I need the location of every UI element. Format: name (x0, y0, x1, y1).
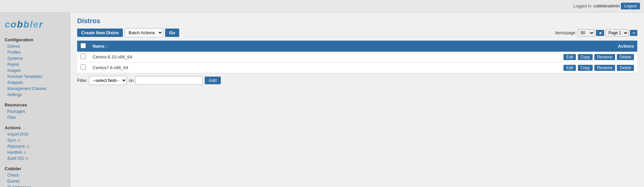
row-2-name: Centos7.6-x86_64 (89, 62, 294, 73)
row-1-rename-button[interactable]: Rename (594, 54, 615, 60)
row-1-checkbox[interactable] (81, 54, 86, 59)
filter-input[interactable] (136, 76, 203, 85)
sidebar-item-management-classes[interactable]: Management Classes (0, 86, 70, 92)
sidebar-section-actions: Actions Import DVD Sync ⚙ Reposync ⚙ Har… (0, 123, 70, 161)
sidebar-item-systems[interactable]: Systems (0, 55, 70, 61)
row-checkbox-cell (77, 62, 89, 73)
sidebar-section-cobbler: Cobbler Check Events IP Addresses Online… (0, 164, 70, 187)
row-2-copy-button[interactable]: Copy (578, 65, 593, 71)
reposync-gear-icon: ⚙ (27, 145, 30, 148)
sidebar: cobbler Configuration Distros Profiles S… (0, 12, 70, 187)
sidebar-item-snippets[interactable]: Snippets (0, 80, 70, 86)
row-2-actions: Edit Copy Rename Delete (294, 62, 637, 73)
row-1-actions: Edit Copy Rename Delete (294, 52, 637, 62)
next-page-button[interactable]: ⇒ (630, 30, 637, 36)
select-all-checkbox[interactable] (81, 43, 86, 48)
filter-bar: Filter --select field-- name comment on … (77, 76, 637, 85)
row-2-edit-button[interactable]: Edit (563, 65, 576, 71)
hardlink-gear-icon: ⚙ (23, 151, 26, 154)
row-1-name: Centos-6.10-x86_64 (89, 52, 294, 62)
filter-on-label: on (129, 78, 134, 83)
row-2-checkbox[interactable] (81, 64, 86, 70)
section-title-cobbler: Cobbler (0, 164, 70, 172)
sidebar-item-packages[interactable]: Packages (0, 108, 70, 114)
pagination-bar: Items/page: 50 10 20 100 ◄ Page 1 ⇒ (555, 29, 637, 37)
distros-table: Name ↓ Actions Centos-6.10-x86_64 Edit C… (77, 41, 637, 73)
page-title: Distros (77, 17, 637, 25)
logout-button[interactable]: Logout (621, 3, 640, 9)
sidebar-section-configuration: Configuration Distros Profiles Systems R… (0, 35, 70, 98)
topbar: Logged in: cobbleradmin Logout (0, 0, 644, 12)
header-checkbox-cell (77, 41, 89, 52)
sidebar-item-events[interactable]: Events (0, 178, 70, 184)
logo-text: cobbler (5, 19, 43, 30)
sidebar-item-reposync[interactable]: Reposync ⚙ (0, 143, 70, 149)
prev-page-button[interactable]: ◄ (596, 30, 604, 36)
row-checkbox-cell (77, 52, 89, 62)
sidebar-item-files[interactable]: Files (0, 114, 70, 121)
sidebar-item-repos[interactable]: Repos (0, 61, 70, 67)
filter-add-button[interactable]: Add (205, 77, 220, 84)
table-row: Centos-6.10-x86_64 Edit Copy Rename Dele… (77, 52, 637, 62)
page-select[interactable]: Page 1 (605, 29, 629, 37)
sidebar-item-sync[interactable]: Sync ⚙ (0, 137, 70, 143)
sync-gear-icon: ⚙ (17, 139, 20, 142)
sidebar-item-build-iso[interactable]: Build ISO ⚙ (0, 155, 70, 161)
filter-field-select[interactable]: --select field-- name comment (89, 76, 127, 85)
batch-actions-select[interactable]: Batch Actions Delete (125, 28, 163, 37)
main-content: Distros Create New Distro Batch Actions … (70, 12, 644, 187)
row-2-delete-button[interactable]: Delete (617, 65, 634, 71)
layout: cobbler Configuration Distros Profiles S… (0, 12, 644, 187)
sidebar-item-settings[interactable]: Settings (0, 92, 70, 98)
sidebar-section-resources: Resources Packages Files (0, 100, 70, 121)
create-new-distro-button[interactable]: Create New Distro (77, 29, 123, 37)
header-actions: Actions (294, 41, 637, 52)
section-title-resources: Resources (0, 100, 70, 108)
sidebar-item-images[interactable]: Images (0, 67, 70, 74)
items-per-page-select[interactable]: 50 10 20 100 (578, 29, 595, 37)
username: cobbleradmin (593, 4, 620, 8)
logged-in-label: Logged in: (574, 4, 592, 8)
header-name: Name ↓ (89, 41, 294, 52)
sidebar-item-ip-addresses[interactable]: IP Addresses (0, 184, 70, 187)
row-1-delete-button[interactable]: Delete (617, 54, 634, 60)
items-per-page-label: Items/page: (555, 31, 576, 35)
sidebar-item-profiles[interactable]: Profiles (0, 49, 70, 55)
go-button[interactable]: Go (165, 29, 179, 37)
sidebar-item-distros[interactable]: Distros (0, 43, 70, 49)
row-1-edit-button[interactable]: Edit (563, 54, 576, 60)
section-title-actions: Actions (0, 123, 70, 131)
sidebar-item-hardlink[interactable]: Hardlink ⚙ (0, 149, 70, 155)
section-title-configuration: Configuration (0, 35, 70, 43)
table-header-row: Name ↓ Actions (77, 41, 637, 52)
toolbar: Create New Distro Batch Actions Delete G… (77, 28, 637, 37)
build-iso-gear-icon: ⚙ (26, 157, 29, 160)
filter-label: Filter (77, 78, 87, 83)
sidebar-item-import-dvd[interactable]: Import DVD (0, 131, 70, 137)
sidebar-item-check[interactable]: Check (0, 172, 70, 178)
row-1-copy-button[interactable]: Copy (578, 54, 593, 60)
logo: cobbler (0, 16, 70, 35)
row-2-rename-button[interactable]: Rename (594, 65, 615, 71)
sidebar-item-kickstart-templates[interactable]: Kickstart Templates (0, 74, 70, 80)
table-row: Centos7.6-x86_64 Edit Copy Rename Delete (77, 62, 637, 73)
